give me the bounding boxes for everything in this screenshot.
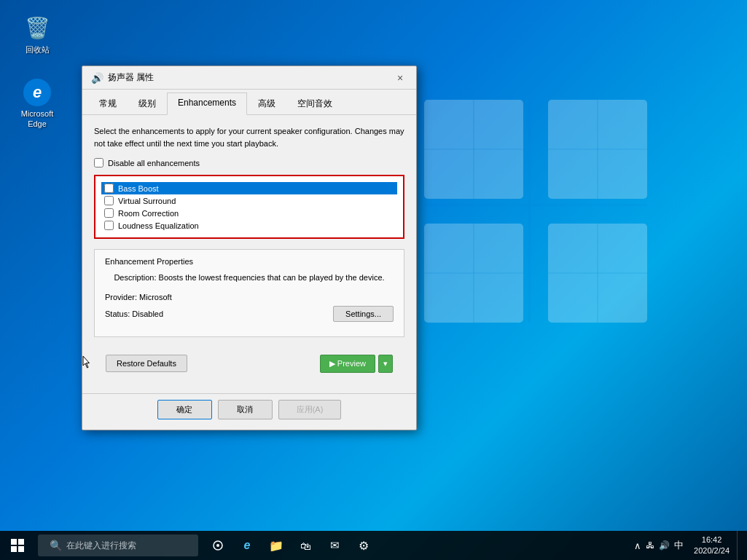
recycle-bin-image: 🗑️ — [23, 13, 52, 42]
virtual-surround-checkbox[interactable] — [104, 196, 114, 205]
dialog-title-text: 扬声器 属性 — [108, 71, 393, 84]
enhancement-bass-boost[interactable]: Bass Boost — [101, 182, 397, 194]
taskbar-tray: ∧ 🖧 🔊 中 16:42 2020/2/24 — [634, 531, 747, 560]
enhancement-list: Bass Boost Virtual Surround Room Correct… — [94, 175, 404, 239]
bass-boost-checkbox[interactable] — [104, 184, 114, 193]
edge-image: e — [23, 79, 51, 106]
ok-button[interactable]: 确定 — [157, 400, 212, 419]
tray-time: 16:42 — [702, 535, 722, 545]
status-label: Status: Disabled — [105, 309, 333, 318]
tray-date: 2020/2/24 — [694, 545, 730, 556]
taskbar-buttons: e 📁 🛍 ✉ ⚙ — [204, 531, 378, 560]
tab-normal[interactable]: 常规 — [88, 92, 128, 114]
dialog-actions: 确定 取消 应用(A) — [82, 393, 416, 430]
tab-advanced[interactable]: 高级 — [247, 92, 286, 114]
restore-defaults-button[interactable]: Restore Defaults — [106, 355, 187, 372]
svg-rect-15 — [18, 539, 24, 545]
dialog-footer: Restore Defaults ▶ Preview ▾ — [94, 347, 404, 383]
props-description: Description: Boosts the lowest frequenci… — [105, 272, 394, 284]
edge-label: Microsoft Edge — [12, 109, 63, 130]
tab-enhancements[interactable]: Enhancements — [167, 92, 247, 115]
bass-boost-label: Bass Boost — [118, 184, 159, 193]
status-row: Status: Disabled Settings... — [105, 306, 394, 322]
edge-taskbar-button[interactable]: e — [233, 531, 261, 560]
preview-dropdown-button[interactable]: ▾ — [378, 355, 393, 373]
svg-rect-17 — [18, 546, 24, 552]
speaker-properties-dialog: 🔊 扬声器 属性 × 常规 级别 Enhancements 高级 空间音效 Se… — [82, 66, 417, 430]
task-view-button[interactable] — [204, 531, 232, 560]
dialog-titlebar: 🔊 扬声器 属性 × — [82, 66, 416, 90]
taskbar-search[interactable]: 🔍 在此键入进行搜索 — [38, 535, 198, 556]
disable-all-row: Disable all enhancements — [94, 158, 404, 167]
settings-taskbar-button[interactable]: ⚙ — [350, 531, 378, 560]
provider-row: Provider: Microsoft — [105, 293, 394, 301]
apply-button[interactable]: 应用(A) — [278, 400, 342, 419]
lang-indicator[interactable]: 中 — [674, 539, 684, 552]
room-correction-checkbox[interactable] — [104, 208, 114, 218]
loudness-equalization-checkbox[interactable] — [104, 221, 114, 230]
taskbar: 🔍 在此键入进行搜索 e 📁 🛍 ✉ ⚙ ∧ 🖧 🔊 中 — [0, 531, 747, 560]
room-correction-label: Room Correction — [118, 209, 179, 218]
svg-rect-14 — [11, 539, 17, 545]
props-group-label: Enhancement Properties — [105, 257, 394, 266]
cancel-button[interactable]: 取消 — [218, 400, 273, 419]
enhancement-virtual-surround[interactable]: Virtual Surround — [101, 194, 397, 207]
dialog-content: Select the enhancements to apply for you… — [82, 115, 416, 393]
disable-all-label[interactable]: Disable all enhancements — [108, 159, 200, 167]
provider-label: Provider: Microsoft — [105, 293, 394, 301]
tray-expand-icon[interactable]: ∧ — [634, 540, 641, 551]
tab-spatial[interactable]: 空间音效 — [286, 92, 343, 114]
store-taskbar-button[interactable]: 🛍 — [292, 531, 319, 560]
enhancement-loudness-equalization[interactable]: Loudness Equalization — [101, 219, 397, 232]
tray-clock[interactable]: 16:42 2020/2/24 — [689, 535, 734, 557]
dialog-close-button[interactable]: × — [393, 71, 407, 85]
tab-level[interactable]: 级别 — [128, 92, 167, 114]
svg-rect-16 — [11, 546, 17, 552]
dialog-description: Select the enhancements to apply for you… — [94, 125, 404, 149]
tray-icons: ∧ 🖧 🔊 中 — [634, 539, 684, 552]
mail-taskbar-button[interactable]: ✉ — [321, 531, 348, 560]
tray-volume-icon[interactable]: 🔊 — [659, 540, 670, 551]
preview-buttons: ▶ Preview ▾ — [320, 355, 393, 373]
start-button[interactable] — [0, 531, 35, 560]
dialog-title-icon: 🔊 — [91, 72, 103, 84]
search-icon: 🔍 — [50, 540, 62, 551]
explorer-taskbar-button[interactable]: 📁 — [262, 531, 290, 560]
edge-icon[interactable]: e Microsoft Edge — [12, 79, 63, 130]
show-desktop-button[interactable] — [737, 531, 741, 560]
recycle-bin-label: 回收站 — [26, 44, 50, 55]
svg-point-19 — [216, 544, 219, 547]
enhancement-room-correction[interactable]: Room Correction — [101, 207, 397, 219]
virtual-surround-label: Virtual Surround — [118, 197, 176, 205]
search-placeholder: 在此键入进行搜索 — [66, 540, 136, 552]
windows-logo-watermark — [412, 87, 660, 335]
preview-button[interactable]: ▶ Preview — [320, 355, 375, 373]
desktop: 🗑️ 回收站 e Microsoft Edge 🔊 扬声器 属性 × 常规 级别… — [0, 0, 747, 560]
enhancement-properties-group: Enhancement Properties Description: Boos… — [94, 249, 404, 337]
tray-network-icon[interactable]: 🖧 — [646, 540, 654, 551]
recycle-bin-icon[interactable]: 🗑️ 回收站 — [12, 13, 63, 55]
loudness-equalization-label: Loudness Equalization — [118, 221, 199, 230]
disable-all-checkbox[interactable] — [94, 158, 103, 167]
dialog-tabs: 常规 级别 Enhancements 高级 空间音效 — [82, 90, 416, 115]
settings-button[interactable]: Settings... — [333, 306, 394, 322]
